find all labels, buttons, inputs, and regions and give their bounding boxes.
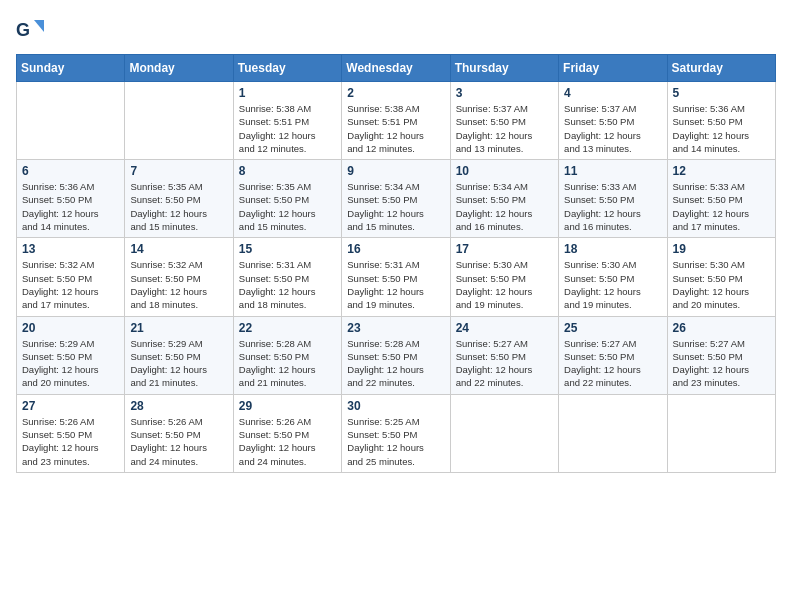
logo: G <box>16 16 48 44</box>
day-number: 29 <box>239 399 336 413</box>
weekday-header-wednesday: Wednesday <box>342 55 450 82</box>
day-cell-3: 3Sunrise: 5:37 AM Sunset: 5:50 PM Daylig… <box>450 82 558 160</box>
day-cell-21: 21Sunrise: 5:29 AM Sunset: 5:50 PM Dayli… <box>125 316 233 394</box>
day-cell-4: 4Sunrise: 5:37 AM Sunset: 5:50 PM Daylig… <box>559 82 667 160</box>
calendar-body: 1Sunrise: 5:38 AM Sunset: 5:51 PM Daylig… <box>17 82 776 473</box>
day-info: Sunrise: 5:36 AM Sunset: 5:50 PM Dayligh… <box>673 102 770 155</box>
day-number: 24 <box>456 321 553 335</box>
week-row-2: 6Sunrise: 5:36 AM Sunset: 5:50 PM Daylig… <box>17 160 776 238</box>
day-cell-19: 19Sunrise: 5:30 AM Sunset: 5:50 PM Dayli… <box>667 238 775 316</box>
day-info: Sunrise: 5:35 AM Sunset: 5:50 PM Dayligh… <box>239 180 336 233</box>
day-info: Sunrise: 5:34 AM Sunset: 5:50 PM Dayligh… <box>456 180 553 233</box>
day-info: Sunrise: 5:26 AM Sunset: 5:50 PM Dayligh… <box>239 415 336 468</box>
day-info: Sunrise: 5:32 AM Sunset: 5:50 PM Dayligh… <box>130 258 227 311</box>
weekday-header-saturday: Saturday <box>667 55 775 82</box>
day-cell-22: 22Sunrise: 5:28 AM Sunset: 5:50 PM Dayli… <box>233 316 341 394</box>
day-info: Sunrise: 5:37 AM Sunset: 5:50 PM Dayligh… <box>456 102 553 155</box>
day-cell-29: 29Sunrise: 5:26 AM Sunset: 5:50 PM Dayli… <box>233 394 341 472</box>
day-info: Sunrise: 5:32 AM Sunset: 5:50 PM Dayligh… <box>22 258 119 311</box>
weekday-header-thursday: Thursday <box>450 55 558 82</box>
week-row-4: 20Sunrise: 5:29 AM Sunset: 5:50 PM Dayli… <box>17 316 776 394</box>
empty-cell <box>17 82 125 160</box>
day-cell-20: 20Sunrise: 5:29 AM Sunset: 5:50 PM Dayli… <box>17 316 125 394</box>
empty-cell <box>559 394 667 472</box>
weekday-header-friday: Friday <box>559 55 667 82</box>
day-cell-2: 2Sunrise: 5:38 AM Sunset: 5:51 PM Daylig… <box>342 82 450 160</box>
day-info: Sunrise: 5:29 AM Sunset: 5:50 PM Dayligh… <box>22 337 119 390</box>
calendar-header: SundayMondayTuesdayWednesdayThursdayFrid… <box>17 55 776 82</box>
empty-cell <box>667 394 775 472</box>
day-info: Sunrise: 5:36 AM Sunset: 5:50 PM Dayligh… <box>22 180 119 233</box>
day-number: 11 <box>564 164 661 178</box>
day-number: 17 <box>456 242 553 256</box>
day-number: 4 <box>564 86 661 100</box>
week-row-1: 1Sunrise: 5:38 AM Sunset: 5:51 PM Daylig… <box>17 82 776 160</box>
day-number: 28 <box>130 399 227 413</box>
day-number: 30 <box>347 399 444 413</box>
day-cell-27: 27Sunrise: 5:26 AM Sunset: 5:50 PM Dayli… <box>17 394 125 472</box>
day-info: Sunrise: 5:30 AM Sunset: 5:50 PM Dayligh… <box>564 258 661 311</box>
day-cell-12: 12Sunrise: 5:33 AM Sunset: 5:50 PM Dayli… <box>667 160 775 238</box>
day-number: 22 <box>239 321 336 335</box>
day-number: 6 <box>22 164 119 178</box>
day-number: 25 <box>564 321 661 335</box>
day-number: 23 <box>347 321 444 335</box>
day-number: 27 <box>22 399 119 413</box>
day-info: Sunrise: 5:38 AM Sunset: 5:51 PM Dayligh… <box>239 102 336 155</box>
day-number: 3 <box>456 86 553 100</box>
day-number: 16 <box>347 242 444 256</box>
day-cell-26: 26Sunrise: 5:27 AM Sunset: 5:50 PM Dayli… <box>667 316 775 394</box>
week-row-5: 27Sunrise: 5:26 AM Sunset: 5:50 PM Dayli… <box>17 394 776 472</box>
day-number: 5 <box>673 86 770 100</box>
logo-icon: G <box>16 16 44 44</box>
day-info: Sunrise: 5:26 AM Sunset: 5:50 PM Dayligh… <box>130 415 227 468</box>
day-info: Sunrise: 5:38 AM Sunset: 5:51 PM Dayligh… <box>347 102 444 155</box>
day-info: Sunrise: 5:27 AM Sunset: 5:50 PM Dayligh… <box>673 337 770 390</box>
day-info: Sunrise: 5:31 AM Sunset: 5:50 PM Dayligh… <box>239 258 336 311</box>
day-info: Sunrise: 5:29 AM Sunset: 5:50 PM Dayligh… <box>130 337 227 390</box>
weekday-header-monday: Monday <box>125 55 233 82</box>
day-cell-25: 25Sunrise: 5:27 AM Sunset: 5:50 PM Dayli… <box>559 316 667 394</box>
day-number: 14 <box>130 242 227 256</box>
day-info: Sunrise: 5:37 AM Sunset: 5:50 PM Dayligh… <box>564 102 661 155</box>
empty-cell <box>125 82 233 160</box>
svg-marker-1 <box>34 20 44 32</box>
day-cell-9: 9Sunrise: 5:34 AM Sunset: 5:50 PM Daylig… <box>342 160 450 238</box>
day-number: 26 <box>673 321 770 335</box>
empty-cell <box>450 394 558 472</box>
day-info: Sunrise: 5:25 AM Sunset: 5:50 PM Dayligh… <box>347 415 444 468</box>
day-cell-18: 18Sunrise: 5:30 AM Sunset: 5:50 PM Dayli… <box>559 238 667 316</box>
day-number: 7 <box>130 164 227 178</box>
day-cell-24: 24Sunrise: 5:27 AM Sunset: 5:50 PM Dayli… <box>450 316 558 394</box>
weekday-header-tuesday: Tuesday <box>233 55 341 82</box>
day-number: 12 <box>673 164 770 178</box>
day-cell-17: 17Sunrise: 5:30 AM Sunset: 5:50 PM Dayli… <box>450 238 558 316</box>
day-number: 2 <box>347 86 444 100</box>
day-cell-15: 15Sunrise: 5:31 AM Sunset: 5:50 PM Dayli… <box>233 238 341 316</box>
weekday-header-sunday: Sunday <box>17 55 125 82</box>
day-cell-16: 16Sunrise: 5:31 AM Sunset: 5:50 PM Dayli… <box>342 238 450 316</box>
day-info: Sunrise: 5:28 AM Sunset: 5:50 PM Dayligh… <box>347 337 444 390</box>
svg-text:G: G <box>16 20 30 40</box>
calendar-table: SundayMondayTuesdayWednesdayThursdayFrid… <box>16 54 776 473</box>
weekday-row: SundayMondayTuesdayWednesdayThursdayFrid… <box>17 55 776 82</box>
day-cell-23: 23Sunrise: 5:28 AM Sunset: 5:50 PM Dayli… <box>342 316 450 394</box>
day-number: 19 <box>673 242 770 256</box>
week-row-3: 13Sunrise: 5:32 AM Sunset: 5:50 PM Dayli… <box>17 238 776 316</box>
day-info: Sunrise: 5:26 AM Sunset: 5:50 PM Dayligh… <box>22 415 119 468</box>
day-cell-5: 5Sunrise: 5:36 AM Sunset: 5:50 PM Daylig… <box>667 82 775 160</box>
day-number: 13 <box>22 242 119 256</box>
day-cell-13: 13Sunrise: 5:32 AM Sunset: 5:50 PM Dayli… <box>17 238 125 316</box>
day-cell-8: 8Sunrise: 5:35 AM Sunset: 5:50 PM Daylig… <box>233 160 341 238</box>
day-number: 8 <box>239 164 336 178</box>
day-info: Sunrise: 5:30 AM Sunset: 5:50 PM Dayligh… <box>673 258 770 311</box>
day-cell-30: 30Sunrise: 5:25 AM Sunset: 5:50 PM Dayli… <box>342 394 450 472</box>
day-info: Sunrise: 5:33 AM Sunset: 5:50 PM Dayligh… <box>564 180 661 233</box>
day-info: Sunrise: 5:34 AM Sunset: 5:50 PM Dayligh… <box>347 180 444 233</box>
day-number: 20 <box>22 321 119 335</box>
day-info: Sunrise: 5:27 AM Sunset: 5:50 PM Dayligh… <box>456 337 553 390</box>
page-header: G <box>16 16 776 44</box>
day-info: Sunrise: 5:31 AM Sunset: 5:50 PM Dayligh… <box>347 258 444 311</box>
day-cell-6: 6Sunrise: 5:36 AM Sunset: 5:50 PM Daylig… <box>17 160 125 238</box>
day-info: Sunrise: 5:33 AM Sunset: 5:50 PM Dayligh… <box>673 180 770 233</box>
